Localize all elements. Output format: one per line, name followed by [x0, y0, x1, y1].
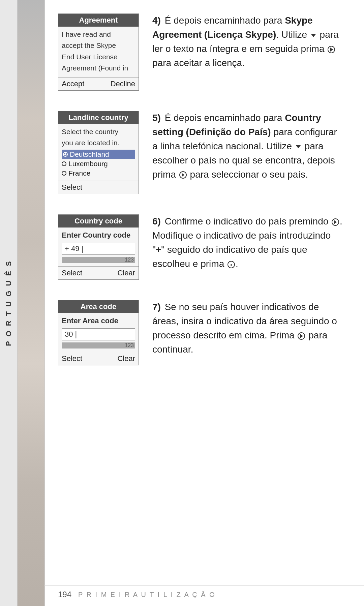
accept-button[interactable]: Accept — [62, 80, 84, 88]
agreement-text-4: Agreement (Found in — [62, 63, 135, 73]
area-code-select-button[interactable]: Select — [62, 354, 82, 363]
step-7-text: 7) Se no seu país houver indicativos de … — [152, 300, 344, 357]
circle-ok-icon-1 — [228, 261, 235, 268]
circle-right-icon-3 — [332, 218, 339, 226]
main-content: Agreement I have read and accept the Sky… — [44, 0, 364, 606]
photo-strip — [18, 0, 44, 606]
step-4-number: 4) — [152, 15, 161, 26]
step-4-bold-1: Skype Agreement (Licença Skype) — [152, 15, 313, 40]
country-luxembourg[interactable]: Luxembourg — [62, 159, 135, 169]
country-code-clear-button[interactable]: Clear — [117, 269, 135, 277]
step-4-text: 4) É depois encaminhado para Skype Agree… — [152, 13, 344, 70]
step-5-text: 5) É depois encaminhado para Country set… — [152, 111, 344, 182]
keyboard-indicator-7: 123 — [62, 342, 135, 349]
step-7-content: 7) Se no seu país houver indicativos de … — [152, 300, 344, 357]
country-code-select-button[interactable]: Select — [62, 269, 82, 277]
page-footer: 194 P R I M E I R A U T I L I Z A Ç Ã O — [44, 585, 364, 599]
footer-label: P R I M E I R A U T I L I Z A Ç Ã O — [78, 591, 216, 599]
country-code-mockup: Country code Enter Country code + 49 | 1… — [58, 214, 139, 280]
country-label-france: France — [68, 169, 90, 177]
section-7: Area code Enter Area code 30 | 123 Selec… — [58, 300, 344, 365]
agreement-footer: Accept Decline — [58, 77, 139, 90]
area-code-input[interactable]: 30 | — [62, 328, 135, 340]
area-code-body: Enter Area code 30 | 123 — [58, 313, 139, 352]
country-deutschland[interactable]: Deutschland — [62, 150, 135, 159]
radio-dot-deutschland — [63, 152, 68, 157]
country-code-footer: Select Clear — [58, 266, 139, 279]
area-code-footer: Select Clear — [58, 352, 139, 365]
country-france[interactable]: France — [62, 169, 135, 178]
landline-text-2: you are located in. — [62, 138, 135, 148]
agreement-text-2: accept the Skype — [62, 40, 135, 50]
radio-dot-luxembourg — [62, 161, 66, 166]
country-code-subtitle: Enter Country code — [62, 230, 135, 241]
circle-right-icon-1 — [328, 46, 335, 53]
section-6: Country code Enter Country code + 49 | 1… — [58, 214, 344, 280]
step-5-bold-1: Country setting (Definição do País) — [152, 113, 321, 137]
circle-right-icon-4 — [298, 332, 305, 340]
landline-country-body: Select the country you are located in. D… — [58, 124, 139, 181]
arrow-down-icon-1 — [311, 34, 316, 37]
step-5-number: 5) — [152, 113, 161, 123]
area-code-title: Area code — [58, 300, 139, 313]
landline-footer: Select — [58, 181, 139, 194]
circle-right-icon-2 — [179, 171, 187, 179]
step-6-content: 6) Confirme o indicativo do país premind… — [152, 214, 344, 271]
agreement-text-3: End User License — [62, 52, 135, 62]
country-label-luxembourg: Luxembourg — [68, 160, 108, 168]
step-6-text: 6) Confirme o indicativo do país premind… — [152, 214, 344, 271]
country-code-input[interactable]: + 49 | — [62, 243, 135, 255]
country-code-body: Enter Country code + 49 | 123 — [58, 228, 139, 266]
section-4: Agreement I have read and accept the Sky… — [58, 13, 344, 91]
agreement-text-1: I have read and — [62, 29, 135, 39]
agreement-body: I have read and accept the Skype End Use… — [58, 27, 139, 77]
agreement-mockup: Agreement I have read and accept the Sky… — [58, 13, 139, 91]
area-code-clear-button[interactable]: Clear — [117, 354, 135, 363]
plus-sign: + — [156, 244, 161, 255]
step-7-number: 7) — [152, 302, 161, 312]
country-label-deutschland: Deutschland — [70, 150, 109, 158]
country-code-title: Country code — [58, 215, 139, 228]
language-label: P O R T U G U Ê S — [4, 260, 13, 346]
landline-country-title: Landline country — [58, 111, 139, 124]
keyboard-indicator-6: 123 — [62, 257, 135, 263]
page-number: 194 — [58, 590, 78, 599]
landline-select-button[interactable]: Select — [62, 183, 82, 192]
decline-button[interactable]: Decline — [111, 80, 135, 88]
section-5: Landline country Select the country you … — [58, 111, 344, 194]
step-6-number: 6) — [152, 216, 161, 226]
landline-country-mockup: Landline country Select the country you … — [58, 111, 139, 194]
radio-dot-france — [62, 171, 66, 176]
arrow-down-icon-2 — [296, 145, 301, 148]
step-5-content: 5) É depois encaminhado para Country set… — [152, 111, 344, 182]
vertical-language-tab: P O R T U G U Ê S — [0, 0, 18, 606]
landline-text-1: Select the country — [62, 127, 135, 137]
area-code-mockup: Area code Enter Area code 30 | 123 Selec… — [58, 300, 139, 365]
step-4-content: 4) É depois encaminhado para Skype Agree… — [152, 13, 344, 70]
agreement-title: Agreement — [58, 14, 139, 27]
area-code-subtitle: Enter Area code — [62, 316, 135, 326]
